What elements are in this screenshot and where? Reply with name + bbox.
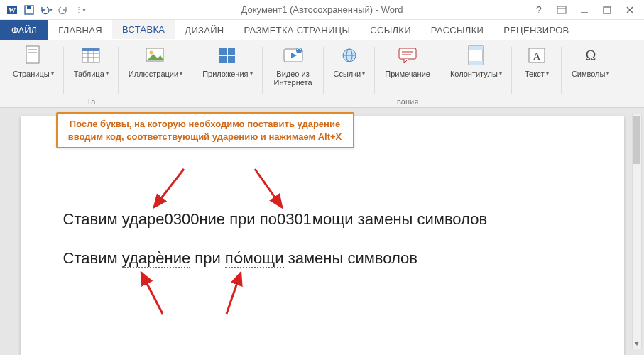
group-links: Ссылки▾ [324,43,376,107]
ribbon-tabs: ФАЙЛ ГЛАВНАЯ ВСТАВКА ДИЗАЙН РАЗМЕТКА СТР… [0,20,644,40]
svg-line-39 [154,169,184,207]
svg-rect-3 [27,6,31,9]
group-headerfooter: Колонтитулы▾ [440,43,512,107]
group-illustrations: Иллюстрации▾ [119,43,192,107]
group-text: A Текст▾ [512,43,562,107]
document-page[interactable]: После буквы, на которую необходимо поста… [21,116,624,355]
apps-button[interactable]: Приложения▾ [198,43,256,80]
table-label: Таблица [74,70,104,78]
save-icon[interactable] [21,2,37,18]
svg-rect-21 [219,48,227,55]
group-apps: Приложения▾ [192,43,262,107]
svg-text:A: A [533,50,540,62]
video-icon [282,44,305,67]
svg-text:W: W [9,6,16,14]
pages-label: Страницы [13,70,50,78]
callout-instruction: После буквы, на которую необходимо поста… [56,112,354,148]
group-pages: Страницы▾ [3,43,64,107]
text-button[interactable]: A Текст▾ [518,43,556,80]
help-icon[interactable]: ? [530,1,547,18]
headerfooter-button[interactable]: Колонтитулы▾ [446,43,506,80]
pages-icon [22,44,45,67]
svg-rect-7 [604,7,611,13]
tab-layout[interactable]: РАЗМЕТКА СТРАНИЦЫ [234,20,360,40]
annotation-arrows [21,116,624,355]
apps-icon [216,44,239,67]
line2-p2: при [190,249,225,267]
online-video-button[interactable]: Видео из Интернета [268,43,318,88]
tab-review[interactable]: РЕЦЕНЗИРОВ [493,20,579,40]
line1-pre: Ставим ударе0300ние при по0301 [63,210,312,228]
illustrations-label: Иллюстрации [129,70,178,78]
group-comments: Примечание вания [375,43,440,107]
window-controls: ? [530,1,644,18]
table-button[interactable]: Таблица▾ [70,43,113,80]
tab-home[interactable]: ГЛАВНАЯ [48,20,112,40]
group-media: Видео из Интернета [263,43,324,107]
svg-rect-12 [28,52,37,53]
group-tables-label: Та [64,97,119,106]
apps-label: Приложения [202,70,248,78]
line2-p0: Ставим [63,249,122,267]
tab-references[interactable]: ССЫЛКИ [360,20,421,40]
workspace: После буквы, на которую необходимо поста… [0,108,644,355]
svg-rect-23 [219,56,227,63]
undo-icon[interactable]: ▾ [38,2,54,18]
illustrations-button[interactable]: Иллюстрации▾ [124,43,187,80]
omega-icon: Ω [579,44,602,67]
svg-line-41 [141,273,163,314]
table-icon [80,44,102,67]
qat-customize-icon[interactable]: ⋮▾ [72,2,88,18]
group-symbols: Ω Символы▾ [562,43,620,107]
textbox-icon: A [525,44,548,67]
svg-rect-11 [28,49,37,50]
svg-line-40 [255,169,282,207]
line2-p4: замены символов [284,249,417,267]
headerfooter-icon [464,44,487,67]
pictures-icon [144,44,167,67]
line2-p1: ударѐние [122,249,191,268]
svg-rect-30 [399,48,416,59]
minimize-icon[interactable] [576,1,593,18]
svg-rect-35 [469,61,483,65]
ribbon-display-icon[interactable] [553,1,570,18]
caret-icon: ▾ [50,6,53,13]
scroll-thumb[interactable] [633,116,640,164]
symbols-button[interactable]: Ω Символы▾ [567,43,614,80]
close-icon[interactable] [621,1,638,18]
tab-file[interactable]: ФАЙЛ [0,20,48,40]
tab-insert[interactable]: ВСТАВКА [112,20,175,40]
tab-mailings[interactable]: РАССЫЛКИ [421,20,493,40]
link-icon [338,44,361,67]
group-tables: Таблица▾ Та [64,43,119,107]
comment-icon [396,44,419,67]
word-app-icon[interactable]: W [4,2,20,18]
svg-rect-10 [26,46,39,63]
doc-line-1[interactable]: Ставим ударе0300ние при по0301мощи замен… [63,209,582,231]
tab-design[interactable]: ДИЗАЙН [175,20,234,40]
svg-rect-34 [469,46,483,50]
video-label: Видео из Интернета [273,70,314,87]
headerfooter-label: Колонтитулы [450,70,498,78]
scroll-down-icon[interactable]: ▼ [633,339,641,349]
doc-line-2[interactable]: Ставим ударѐние при по́мощи замены симво… [63,248,582,270]
group-comments-label: вания [375,97,440,106]
comment-label: Примечание [385,70,430,78]
svg-point-20 [149,51,153,55]
links-label: Ссылки [334,70,361,78]
redo-icon[interactable] [55,2,71,18]
pages-button[interactable]: Страницы▾ [9,43,58,80]
line2-p3: по́мощи [225,249,284,268]
comment-button[interactable]: Примечание [381,43,435,80]
symbols-label: Символы [572,70,606,78]
vertical-scrollbar[interactable]: ▲ ▼ [632,114,642,349]
svg-rect-18 [82,48,99,51]
line1-post: мощи замены символов [312,210,487,228]
links-button[interactable]: Ссылки▾ [329,43,370,80]
text-label: Текст [525,70,545,78]
quick-access-toolbar: W ▾ ⋮▾ [0,2,88,18]
title-bar: W ▾ ⋮▾ Документ1 (Автосохраненный) - Wor… [0,0,644,20]
svg-line-42 [227,273,241,314]
maximize-icon[interactable] [599,1,616,18]
svg-text:Ω: Ω [585,48,596,63]
